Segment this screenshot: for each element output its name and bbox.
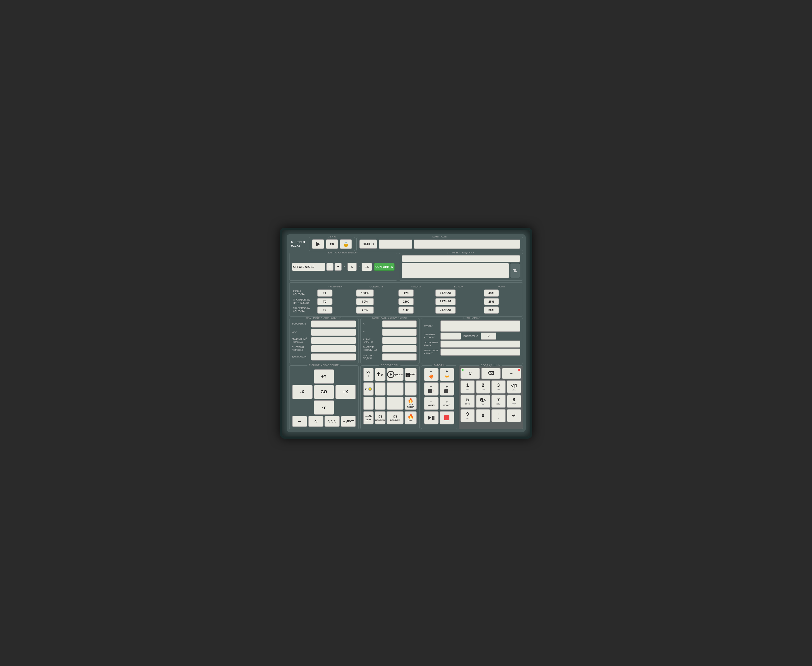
ctrl-field-3 (311, 345, 356, 352)
prep-btn-10[interactable] (375, 397, 385, 410)
plus-y-button[interactable]: +Y (314, 369, 334, 384)
save-material-button[interactable]: СОХРАНИТЬ (374, 263, 395, 271)
home-button[interactable]: ⬆↙ (375, 368, 385, 381)
air-1[interactable]: 2 КАНАЛ (435, 298, 456, 305)
tool-t1[interactable]: Т0 (317, 298, 333, 305)
laser-start-button[interactable]: 🔥 ПУСКЛАЗЕР (405, 397, 417, 410)
play-pause-icon (428, 415, 435, 420)
plus-x-button[interactable]: +X (335, 385, 356, 399)
key-main-2: 3 (497, 383, 500, 388)
air1-button[interactable]: ⬡ ВОЗДУХ1 (375, 411, 385, 424)
go-button[interactable]: GO (314, 385, 334, 399)
key-main-11: ↵ (512, 413, 516, 419)
manual-dist[interactable]: ↔ ДИСТ (341, 415, 356, 427)
cyclop-button[interactable]: ЦИКЛОП (387, 368, 404, 381)
num-key-3[interactable]: 3 GHI (491, 380, 506, 394)
prep-btn-8[interactable] (405, 382, 417, 396)
exec-ctrl-section: КОНТРОЛЬ ВЫПОЛНЕНИЯ X Y ВРЕМЯ РАБОТЫ СИС… (360, 318, 420, 364)
manual-dashes[interactable]: --- (292, 415, 307, 427)
exec-ctrl-rows: X Y ВРЕМЯ РАБОТЫ СИСТЕМА КООРДИНАТ ТЕКУЩ… (363, 320, 417, 361)
material-plus[interactable]: + (326, 263, 333, 271)
stop-icon (444, 415, 450, 420)
work-stop-button[interactable] (440, 411, 454, 424)
feed-1[interactable]: 2500 (399, 298, 414, 305)
num-key-2[interactable]: 2 DEF (476, 380, 490, 394)
air-2[interactable]: 2 КАНАЛ (435, 307, 456, 314)
comp-plus-button[interactable]: + КОМП (440, 397, 454, 410)
play-button[interactable] (312, 239, 324, 249)
num-key-9[interactable]: 9 XYZ (461, 409, 475, 422)
num-key-4[interactable]: ◁4 JKL (507, 380, 521, 394)
input-minus-button[interactable]: − (502, 368, 521, 379)
comp-1[interactable]: 25% (484, 298, 499, 305)
numpad-top: C ⌫ − (461, 368, 521, 379)
job-arrow-button[interactable]: ⇅ (510, 263, 520, 279)
num-key-5[interactable]: 5 MNO (461, 394, 475, 408)
col-feed: ПОДАЧА (398, 285, 434, 288)
power-1[interactable]: 60% (356, 298, 374, 305)
comp-0[interactable]: 43% (484, 290, 499, 297)
key-sub-5: PQR (481, 403, 485, 406)
prep-btn-7[interactable] (387, 382, 404, 396)
ctrl-field-1 (311, 329, 356, 336)
exec-label-1: Y (363, 331, 381, 333)
tool-minus-button[interactable]: − ⬛↓ (424, 382, 438, 396)
save-point-label: СОХРАНИТЬ ТОЧКУ (424, 341, 439, 347)
key-main-7: 8 (512, 397, 515, 402)
scissors-button[interactable]: ✂ (326, 239, 338, 249)
key-sub-3: JKL (512, 389, 516, 391)
file-button[interactable]: ▦ ФАЙЛ (405, 368, 417, 381)
col-power: МОЩНОСТЬ (356, 285, 397, 288)
laser-minus-button[interactable]: − ✳ (424, 368, 438, 381)
play-pause-button[interactable] (424, 411, 438, 424)
material-name: ОРГСТЕКЛО 10 (292, 263, 326, 271)
comp-2[interactable]: 30% (484, 307, 499, 314)
inner-panel: MULTICUT 001.X2 МЕНЮ ✂ 🔒 КОНТРОЛЬ СБРО (287, 234, 525, 432)
material-minus[interactable]: ▼ (334, 263, 342, 271)
minus-y-button[interactable]: -Y (314, 400, 334, 415)
lock-button[interactable]: 🔒 (340, 239, 352, 249)
power-2[interactable]: 28% (356, 307, 374, 314)
feed-2[interactable]: 1500 (399, 307, 414, 314)
prep-btn-9[interactable] (363, 397, 374, 410)
top-row: MULTICUT 001.X2 МЕНЮ ✂ 🔒 КОНТРОЛЬ СБРО (289, 237, 523, 251)
laser-plus-button[interactable]: + ✳ (440, 368, 454, 381)
num-key-8[interactable]: 8 VW (507, 394, 521, 408)
double-arrow-icon: ⇅ (513, 268, 517, 274)
num-key-0[interactable]: 0 (476, 409, 490, 422)
linewise-value: ∨ (481, 333, 496, 340)
backspace-button[interactable]: ⌫ (481, 368, 501, 379)
tool-t0[interactable]: Т1 (317, 290, 333, 297)
comp-minus-button[interactable]: − КОМП (424, 397, 438, 410)
power-0[interactable]: 100% (356, 290, 374, 297)
save-point-value (440, 340, 520, 348)
prep-btn-11[interactable] (387, 397, 404, 410)
minus-x-button[interactable]: -X (292, 385, 313, 399)
xy0-button[interactable]: XY0 (363, 368, 374, 381)
num-key-7[interactable]: 7 STU (491, 394, 506, 408)
air2-button[interactable]: ⬡ ВОЗДУХ2 (387, 411, 404, 424)
num-key-6[interactable]: 6▷ PQR (476, 394, 490, 408)
feed-0[interactable]: 420 (399, 290, 414, 297)
ctrl-row-1: ШАГ (292, 329, 356, 336)
input-label: ВВОД ДАННЫХ (479, 364, 502, 366)
tool-t2[interactable]: Т2 (317, 307, 333, 314)
bottom-row: РУЧНОЕ УПРАВЛЕНИЕ +Y -X GO +X -Y --- ∿ ∿… (289, 366, 523, 429)
tool-plus-button[interactable]: + ⬛↑ (440, 382, 454, 396)
reset-button[interactable]: СБРОС (359, 239, 377, 249)
prep-btn-6[interactable] (375, 382, 385, 396)
exec-row-4: ТЕКУЩАЯ ПОДАЧА (363, 353, 417, 361)
manual-wave1[interactable]: ∿ (308, 415, 323, 427)
num-key-[interactable]: · ∨ (491, 409, 506, 422)
key-sub-4: MNO (465, 403, 470, 405)
key-sub-10: ∨ (498, 417, 499, 420)
num-key-[interactable]: ↵ (507, 409, 521, 422)
line-value (440, 320, 520, 332)
clear-button[interactable]: C (461, 368, 480, 379)
air-0[interactable]: 1 КАНАЛ (435, 290, 456, 297)
num-key-1[interactable]: 1 ABC (461, 380, 475, 394)
stop-button[interactable]: 🔥 СТОП (405, 411, 417, 424)
manual-wave2[interactable]: ∿∿∿ (324, 415, 340, 427)
smoke-button[interactable]: ←👁 ДЫМ (363, 411, 374, 424)
or-button[interactable]: OR (363, 382, 374, 396)
